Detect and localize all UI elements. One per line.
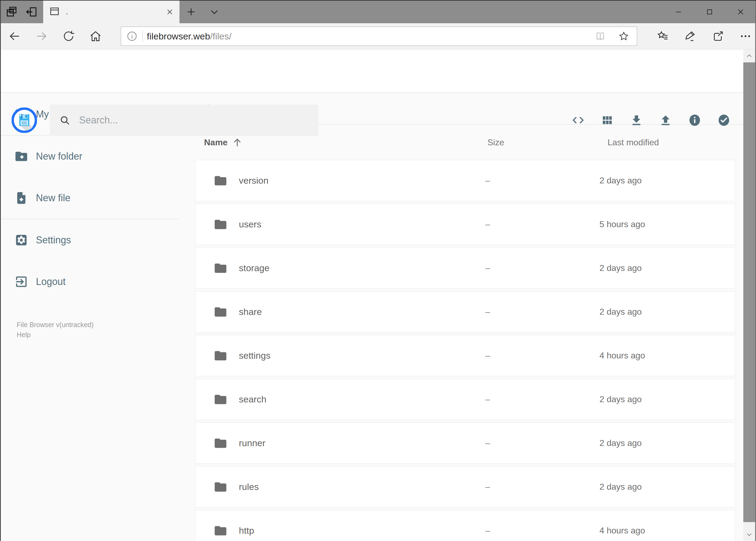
app-header [0,49,756,93]
file-row-http[interactable]: http – 4 hours ago [195,510,735,541]
set-tabs-aside-icon[interactable] [25,6,38,18]
search-icon [60,115,70,125]
tab-title: . [66,8,159,16]
address-separator [142,30,143,42]
refresh-icon [62,29,75,43]
sidebar-item-new-file[interactable]: New file [0,177,195,219]
address-bar[interactable]: filebrowser.web/files/ [121,26,637,46]
folder-icon [213,524,227,538]
tab-menu-button[interactable] [203,1,226,23]
file-name: runner [239,438,473,448]
tab-strip: . [0,1,756,23]
shell-icon [571,114,585,127]
tab-preview-icon[interactable] [5,6,18,18]
more-menu-button[interactable] [739,30,752,42]
refresh-button[interactable] [55,29,82,43]
file-plus-icon [14,191,28,205]
sidebar-item-logout[interactable]: Logout [0,261,195,302]
forward-button[interactable] [28,29,55,43]
file-size: – [473,394,503,404]
folder-icon [213,218,227,232]
toolbar-right-buttons [657,30,752,42]
scrollbar-thumb[interactable] [743,62,755,522]
file-row-users[interactable]: users – 5 hours ago [195,204,735,245]
file-row-storage[interactable]: storage – 2 days ago [195,248,735,289]
info-icon [688,114,701,127]
home-button[interactable] [82,29,109,43]
folder-icon [213,349,227,363]
file-listing: Name Size Last modified version – 2 days… [195,94,743,541]
share-button[interactable] [712,30,724,42]
page-scrollbar[interactable] [743,49,755,541]
maximize-button[interactable] [694,1,725,23]
page-icon [49,6,60,18]
file-row-share[interactable]: share – 2 days ago [195,291,735,332]
select-multiple-button[interactable] [717,114,731,127]
web-note-button[interactable] [684,30,697,42]
more-icon [739,30,752,42]
column-header-name[interactable]: Name [204,137,481,148]
browser-window: . [0,0,756,541]
file-row-search[interactable]: search – 2 days ago [195,379,735,420]
switch-view-button[interactable] [601,114,614,127]
sidebar-item-label: New folder [36,151,82,162]
favorites-hub-icon [657,30,669,42]
sidebar-item-label: Logout [36,276,66,287]
file-name: search [239,394,473,405]
favorite-button[interactable] [618,31,630,42]
sidebar-item-settings[interactable]: Settings [0,219,195,261]
nav-buttons [1,29,109,43]
new-tab-button[interactable] [179,1,203,23]
upload-button[interactable] [659,114,672,127]
site-info-icon[interactable] [126,30,138,42]
close-icon[interactable] [165,8,174,16]
reading-view-button[interactable] [595,31,606,42]
forward-icon [35,29,48,43]
upload-icon [659,114,672,127]
file-row-rules[interactable]: rules – 2 days ago [195,466,735,507]
browser-tab[interactable]: . [43,1,179,23]
sidebar-footer: File Browser v(untracked) Help [0,320,195,340]
sort-ascending-icon [232,137,243,148]
view-grid-icon [601,114,614,127]
file-name: settings [239,350,473,361]
share-icon [712,30,724,42]
file-row-runner[interactable]: runner – 2 days ago [195,422,735,464]
folder-icon [213,392,227,406]
file-name: share [239,306,473,317]
info-button[interactable] [688,114,701,127]
folder-plus-icon [14,149,28,164]
chevron-down-icon [746,531,753,538]
folder-icon [213,261,227,275]
file-row-version[interactable]: version – 2 days ago [195,160,735,201]
minimize-button[interactable] [663,1,694,23]
scroll-up-button[interactable] [743,49,755,62]
back-button[interactable] [1,29,28,43]
search-input[interactable] [79,115,319,126]
folder-icon [213,305,227,319]
gear-icon [14,233,28,247]
download-button[interactable] [630,114,643,127]
file-modified: 2 days ago [600,263,735,273]
url-text[interactable]: filebrowser.web/files/ [147,31,595,42]
logout-icon [14,275,28,289]
search-box[interactable] [50,105,319,136]
window-left-border [0,1,1,541]
favorites-hub-button[interactable] [657,30,669,42]
sidebar: My files New folder New file Settings Lo… [0,94,195,541]
file-modified: 2 days ago [600,482,735,492]
shell-button[interactable] [571,114,585,127]
column-header-size[interactable]: Size [481,138,511,148]
folder-icon [213,480,227,494]
filebrowser-logo[interactable] [12,108,37,133]
url-host: filebrowser.web [147,31,210,41]
sidebar-item-new-folder[interactable]: New folder [0,136,195,177]
help-link[interactable]: Help [17,330,195,340]
back-icon [8,29,21,43]
close-window-button[interactable] [725,1,756,23]
column-header-modified[interactable]: Last modified [608,138,743,148]
file-row-settings[interactable]: settings – 4 hours ago [195,335,735,376]
home-icon [89,29,102,43]
scroll-down-button[interactable] [743,528,755,541]
file-modified: 2 days ago [600,176,735,186]
